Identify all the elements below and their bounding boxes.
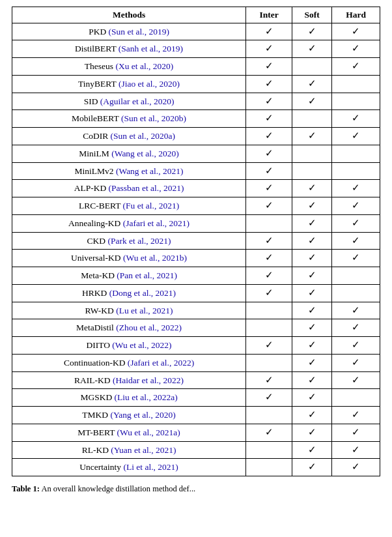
method-name: PKD (Sun et al., 2019)	[12, 23, 246, 40]
method-ref: (Jafari et al., 2022)	[128, 358, 194, 368]
inter-check: ✓	[246, 250, 292, 267]
inter-check: ✓	[246, 371, 292, 389]
hard-check: ✓	[332, 214, 380, 232]
method-name: LRC-BERT (Fu et al., 2021)	[12, 197, 246, 215]
method-name: Universal-KD (Wu et al., 2021b)	[12, 250, 246, 267]
method-name: Continuation-KD (Jafari et al., 2022)	[12, 354, 246, 371]
inter-check: ✓	[246, 424, 292, 441]
method-ref: (Li et al., 2021)	[123, 462, 178, 472]
soft-check: ✓	[292, 319, 332, 337]
table-row: LRC-BERT (Fu et al., 2021)✓✓✓	[12, 197, 380, 215]
table-row: Meta-KD (Pan et al., 2021)✓✓	[12, 267, 380, 285]
method-name: MiniLM (Wang et al., 2020)	[12, 145, 246, 162]
hard-check: ✓	[332, 110, 380, 128]
hard-check	[332, 93, 380, 110]
method-ref: (Wang et al., 2021)	[116, 166, 184, 176]
table-row: Continuation-KD (Jafari et al., 2022)✓✓	[12, 354, 380, 371]
method-ref: (Park et al., 2021)	[107, 236, 171, 246]
method-ref: (Sun et al., 2020a)	[111, 131, 175, 141]
caption-text: An overall knowledge distillation method…	[41, 484, 195, 493]
table-row: CoDIR (Sun et al., 2020a)✓✓✓	[12, 128, 380, 145]
table-row: MiniLMv2 (Wang et al., 2021)✓	[12, 162, 380, 180]
soft-check: ✓	[292, 93, 332, 110]
method-name: MGSKD (Liu et al., 2022a)	[12, 389, 246, 407]
hard-check	[332, 389, 380, 407]
method-name: MobileBERT (Sun et al., 2020b)	[12, 110, 246, 128]
table-row: TinyBERT (Jiao et al., 2020)✓✓	[12, 75, 380, 93]
soft-check: ✓	[292, 23, 332, 40]
soft-check: ✓	[292, 371, 332, 389]
method-name: Meta-KD (Pan et al., 2021)	[12, 267, 246, 285]
method-name: CKD (Park et al., 2021)	[12, 232, 246, 250]
table-row: DistilBERT (Sanh et al., 2019)✓✓✓	[12, 40, 380, 58]
table-row: RAIL-KD (Haidar et al., 2022)✓✓✓	[12, 371, 380, 389]
method-name: HRKD (Dong et al., 2021)	[12, 284, 246, 302]
soft-check: ✓	[292, 232, 332, 250]
inter-check: ✓	[246, 110, 292, 128]
table-row: PKD (Sun et al., 2019)✓✓✓	[12, 23, 380, 40]
table-row: Universal-KD (Wu et al., 2021b)✓✓✓	[12, 250, 380, 267]
method-name: Uncertainty (Li et al., 2021)	[12, 459, 246, 476]
soft-check: ✓	[292, 407, 332, 424]
method-ref: (Yang et al., 2020)	[110, 410, 175, 420]
inter-check	[246, 459, 292, 476]
hard-check: ✓	[332, 197, 380, 215]
soft-check	[292, 110, 332, 128]
method-ref: (Zhou et al., 2022)	[116, 323, 182, 332]
hard-check: ✓	[332, 23, 380, 40]
soft-check: ✓	[292, 197, 332, 215]
inter-check	[246, 319, 292, 337]
inter-check: ✓	[246, 162, 292, 180]
method-name: DIITO (Wu et al., 2022)	[12, 337, 246, 355]
inter-check: ✓	[246, 128, 292, 145]
soft-check: ✓	[292, 75, 332, 93]
col-header-methods: Methods	[12, 7, 246, 23]
inter-check: ✓	[246, 232, 292, 250]
hard-check: ✓	[332, 58, 380, 76]
method-ref: (Wu et al., 2021b)	[123, 253, 187, 263]
table-row: MGSKD (Liu et al., 2022a)✓✓	[12, 389, 380, 407]
soft-check: ✓	[292, 40, 332, 58]
hard-check: ✓	[332, 319, 380, 337]
inter-check: ✓	[246, 267, 292, 285]
inter-check	[246, 302, 292, 319]
table-row: CKD (Park et al., 2021)✓✓✓	[12, 232, 380, 250]
method-name: Theseus (Xu et al., 2020)	[12, 58, 246, 76]
inter-check	[246, 214, 292, 232]
method-name: RW-KD (Lu et al., 2021)	[12, 302, 246, 319]
hard-check	[332, 267, 380, 285]
hard-check: ✓	[332, 441, 380, 459]
table-row: MobileBERT (Sun et al., 2020b)✓✓	[12, 110, 380, 128]
soft-check: ✓	[292, 337, 332, 355]
table-row: MetaDistil (Zhou et al., 2022)✓✓	[12, 319, 380, 337]
soft-check	[292, 58, 332, 76]
soft-check: ✓	[292, 284, 332, 302]
inter-check: ✓	[246, 180, 292, 197]
method-ref: (Sun et al., 2020b)	[121, 113, 186, 123]
inter-check: ✓	[246, 197, 292, 215]
method-name: ALP-KD (Passban et al., 2021)	[12, 180, 246, 197]
inter-check: ✓	[246, 284, 292, 302]
hard-check	[332, 284, 380, 302]
method-name: TinyBERT (Jiao et al., 2020)	[12, 75, 246, 93]
method-name: TMKD (Yang et al., 2020)	[12, 407, 246, 424]
table-row: RL-KD (Yuan et al., 2021)✓✓	[12, 441, 380, 459]
soft-check: ✓	[292, 180, 332, 197]
method-ref: (Sanh et al., 2019)	[119, 44, 183, 53]
method-ref: (Sun et al., 2019)	[109, 27, 169, 36]
method-ref: (Aguilar et al., 2020)	[100, 96, 175, 106]
soft-check: ✓	[292, 302, 332, 319]
inter-check	[246, 441, 292, 459]
inter-check	[246, 354, 292, 371]
table-row: ALP-KD (Passban et al., 2021)✓✓✓	[12, 180, 380, 197]
hard-check: ✓	[332, 180, 380, 197]
inter-check: ✓	[246, 389, 292, 407]
hard-check: ✓	[332, 250, 380, 267]
table-row: RW-KD (Lu et al., 2021)✓✓	[12, 302, 380, 319]
hard-check	[332, 162, 380, 180]
table-row: HRKD (Dong et al., 2021)✓✓	[12, 284, 380, 302]
method-name: RAIL-KD (Haidar et al., 2022)	[12, 371, 246, 389]
soft-check: ✓	[292, 128, 332, 145]
soft-check	[292, 145, 332, 162]
method-ref: (Lu et al., 2021)	[116, 306, 173, 315]
